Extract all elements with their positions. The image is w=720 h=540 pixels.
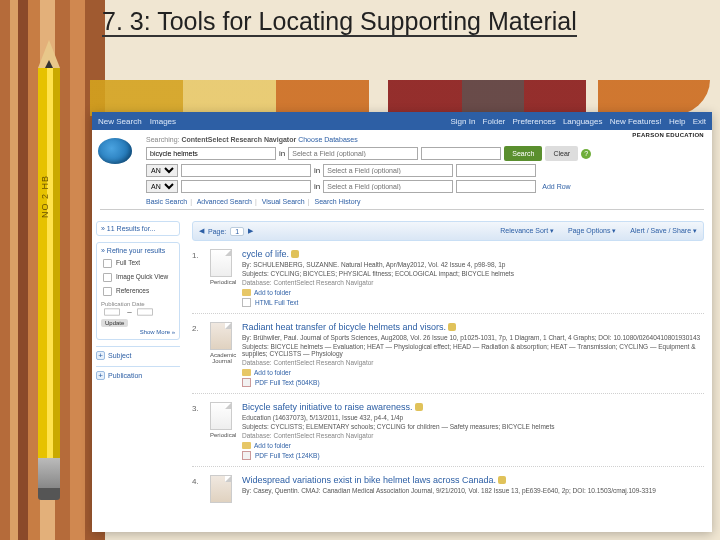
result-database: Database: ContentSelect Research Navigat… (242, 432, 704, 439)
search-form-area: PEARSON EDUCATION Searching: ContentSele… (92, 130, 712, 216)
result-title-link[interactable]: Widespread variations exist in bike helm… (242, 475, 496, 485)
tab-search-history[interactable]: Search History (315, 198, 361, 205)
search-scope-1[interactable] (421, 147, 501, 160)
pager-label: Page: (208, 228, 226, 235)
nav-preferences[interactable]: Preferences (513, 117, 556, 126)
tab-basic-search[interactable]: Basic Search (146, 198, 187, 205)
nav-new-search[interactable]: New Search (98, 117, 142, 126)
nav-languages[interactable]: Languages (563, 117, 603, 126)
facet-publication[interactable]: +Publication (96, 366, 180, 380)
facet-subject[interactable]: +Subject (96, 346, 180, 360)
pub-date-label: Publication Date (101, 301, 175, 307)
result-thumbnail: Periodical (210, 402, 234, 460)
bool-op-3[interactable]: AND (146, 180, 178, 193)
choose-databases-link[interactable]: Choose Databases (298, 136, 358, 143)
filter-image-quick-view[interactable]: Image Quick View (101, 271, 175, 284)
update-button[interactable]: Update (101, 319, 128, 327)
result-number: 3. (192, 402, 202, 460)
nav-folder[interactable]: Folder (483, 117, 506, 126)
citation-icon (291, 250, 299, 258)
searching-label: Searching: (146, 136, 179, 143)
pager-bar: ◀ Page: 1 ▶ Relevance Sort ▾ Page Option… (192, 221, 704, 241)
expand-icon: + (96, 371, 105, 380)
result-subjects: Subjects: CYCLISTS; ELEMENTARY schools; … (242, 423, 704, 430)
pdf-full-text-link[interactable]: PDF Full Text (504KB) (255, 379, 320, 386)
bool-op-2[interactable]: AND (146, 164, 178, 177)
pdf-icon (242, 378, 251, 387)
pdf-icon (242, 451, 251, 460)
html-full-text-link[interactable]: HTML Full Text (255, 299, 298, 306)
result-meta: By: SCHULENBERG, SUZANNE. Natural Health… (242, 261, 704, 268)
nav-new-features[interactable]: New Features! (610, 117, 662, 126)
result-number: 4. (192, 475, 202, 503)
result-number: 1. (192, 249, 202, 307)
add-to-folder-link[interactable]: Add to folder (254, 369, 291, 376)
result-subjects: Subjects: CYCLING; BICYCLES; PHYSICAL fi… (242, 270, 704, 277)
search-field-3[interactable] (323, 180, 453, 193)
add-to-folder-link[interactable]: Add to folder (254, 289, 291, 296)
add-row-link[interactable]: Add Row (542, 183, 570, 190)
filter-references[interactable]: References (101, 285, 175, 298)
page-options-dropdown[interactable]: Page Options ▾ (562, 227, 616, 234)
folder-icon (242, 442, 251, 449)
result-number: 2. (192, 322, 202, 387)
result-database: Database: ContentSelect Research Navigat… (242, 359, 704, 366)
search-field-1[interactable] (288, 147, 418, 160)
help-icon[interactable]: ? (581, 149, 591, 159)
show-more-link[interactable]: Show More » (101, 329, 175, 335)
search-scope-2[interactable] (456, 164, 536, 177)
pager-current: 1 (230, 227, 244, 236)
results-main: ◀ Page: 1 ▶ Relevance Sort ▾ Page Option… (184, 216, 712, 509)
search-field-2[interactable] (323, 164, 453, 177)
page-curl-decoration (90, 80, 710, 116)
html-icon (242, 298, 251, 307)
nav-exit[interactable]: Exit (693, 117, 706, 126)
result-item: 3. Periodical Bicycle safety initiative … (192, 402, 704, 467)
nav-images[interactable]: Images (150, 117, 176, 126)
result-meta: By: Casey, Quentin. CMAJ: Canadian Medic… (242, 487, 704, 494)
clear-button[interactable]: Clear (545, 146, 578, 161)
sort-dropdown[interactable]: Relevance Sort ▾ (494, 227, 554, 234)
nav-help[interactable]: Help (669, 117, 685, 126)
result-count: » 11 Results for... (96, 221, 180, 236)
result-thumbnail: Academic Journal (210, 322, 234, 387)
sidebar: » 11 Results for... » Refine your result… (92, 216, 184, 509)
result-subjects: Subjects: BICYCLE helmets — Evaluation; … (242, 343, 704, 357)
search-scope-3[interactable] (456, 180, 536, 193)
result-title-link[interactable]: Radiant heat transfer of bicycle helmets… (242, 322, 446, 332)
search-query-3[interactable] (181, 180, 311, 193)
result-thumbnail (210, 475, 234, 503)
slide-title: 7. 3: Tools for Locating Supporting Mate… (102, 6, 702, 37)
filter-full-text[interactable]: Full Text (101, 257, 175, 270)
citation-icon (448, 323, 456, 331)
result-thumbnail: Periodical (210, 249, 234, 307)
result-item: 2. Academic Journal Radiant heat transfe… (192, 322, 704, 394)
result-title-link[interactable]: Bicycle safety initiative to raise aware… (242, 402, 413, 412)
database-app-window: New Search Images Sign In Folder Prefere… (92, 112, 712, 532)
top-nav-bar: New Search Images Sign In Folder Prefere… (92, 112, 712, 130)
folder-icon (242, 289, 251, 296)
refine-heading: » Refine your results (101, 247, 175, 254)
search-query-1[interactable] (146, 147, 276, 160)
brand-label: PEARSON EDUCATION (632, 132, 704, 138)
add-to-folder-link[interactable]: Add to folder (254, 442, 291, 449)
result-meta: By: Brühwiler, Paul. Journal of Sports S… (242, 334, 704, 341)
result-meta: Education (14637073), 5/13/2011, Issue 4… (242, 414, 704, 421)
tab-visual-search[interactable]: Visual Search (262, 198, 305, 205)
search-query-2[interactable] (181, 164, 311, 177)
pager-next[interactable]: ▶ (248, 227, 253, 235)
search-button[interactable]: Search (504, 146, 542, 161)
year-from[interactable] (104, 309, 119, 316)
nav-sign-in[interactable]: Sign In (450, 117, 475, 126)
current-database: ContentSelect Research Navigator (181, 136, 296, 143)
year-to[interactable] (137, 309, 152, 316)
alert-save-share[interactable]: Alert / Save / Share ▾ (624, 227, 697, 234)
pdf-full-text-link[interactable]: PDF Full Text (124KB) (255, 452, 320, 459)
result-title-link[interactable]: cycle of life. (242, 249, 289, 259)
pencil-decoration: NO 2 HB (38, 40, 60, 500)
expand-icon: + (96, 351, 105, 360)
folder-icon (242, 369, 251, 376)
tab-advanced-search[interactable]: Advanced Search (197, 198, 252, 205)
result-item: 1. Periodical cycle of life. By: SCHULEN… (192, 249, 704, 314)
pager-prev[interactable]: ◀ (199, 227, 204, 235)
